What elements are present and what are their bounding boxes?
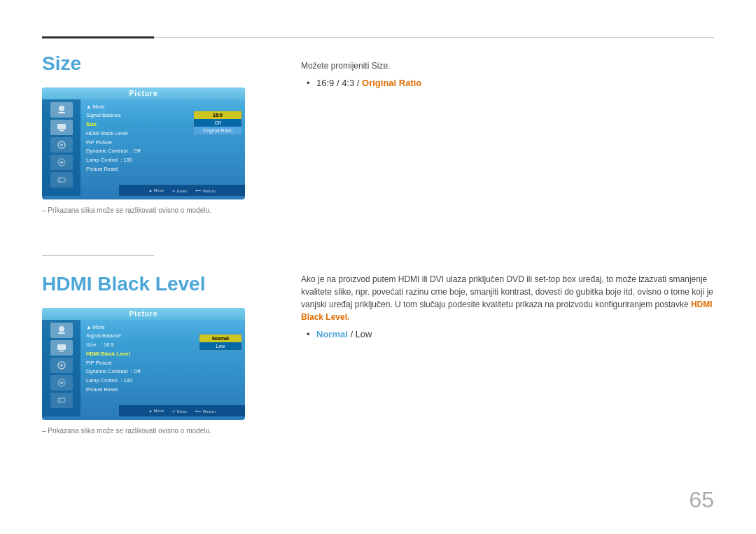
tv-body-1: ▲ More Signal Balance Size HDMI Black Le… — [42, 99, 245, 196]
size-bullet-highlighted: Original Ratio — [362, 78, 421, 88]
size-desc: Možete promijeniti Size. — [301, 59, 721, 72]
tv-menu-lamp: Lamp Control : 100 — [85, 156, 241, 165]
tv-submenu-169: 16:9 — [194, 111, 241, 119]
tv-screen-2: Picture ▲ More — [42, 308, 245, 420]
svg-point-14 — [60, 364, 63, 367]
tv-footer-enter: ↵ Enter — [172, 188, 187, 193]
tv-header-1: Picture — [42, 87, 245, 99]
tv-footer-2: ▲ Move ↵ Enter ⟵ Return — [119, 405, 245, 416]
tv-footer-return: ⟵ Return — [195, 188, 216, 193]
tv-menu-reset: Picture Reset — [85, 164, 241, 174]
tv-footer-move-2: ▲ Move — [148, 409, 164, 413]
tv-icon-2-5 — [50, 393, 73, 408]
page-number: 65 — [689, 487, 714, 513]
size-right-content: Možete promijeniti Size. 16:9 / 4:3 / Or… — [301, 59, 721, 91]
tv-menu-more-1: ▲ More — [85, 102, 241, 111]
size-bullet-item: 16:9 / 4:3 / Original Ratio — [307, 78, 721, 88]
tv-submenu-1: 16:9 Off Original Ratio — [193, 111, 242, 135]
svg-rect-7 — [58, 178, 65, 182]
svg-point-9 — [59, 326, 64, 332]
tv-icon-4 — [50, 155, 73, 170]
tv-submenu-off: Off — [194, 119, 241, 127]
tv-menu-dynamic-2: Dynamic Contrast : Off — [85, 367, 241, 377]
tv-footer-enter-2: ↵ Enter — [172, 409, 187, 414]
tv-icon-2 — [50, 120, 73, 135]
top-line-dark — [42, 36, 154, 38]
tv-submenu-2: Normal Low — [199, 334, 242, 351]
size-caption: – Prikazana slika može se razlikovati ov… — [42, 206, 364, 214]
tv-menu-more-2: ▲ More — [85, 323, 241, 332]
tv-menu-reset-2: Picture Reset — [85, 385, 241, 394]
top-line-light — [154, 37, 714, 38]
tv-body-2: ▲ More Signal Balance Size : 16:9 HDMI B… — [42, 320, 245, 416]
tv-header-2: Picture — [42, 308, 245, 320]
tv-icon-1 — [50, 102, 73, 118]
svg-rect-12 — [59, 351, 64, 352]
tv-menu-dynamic: Dynamic Contrast : Off — [85, 147, 241, 156]
hdmi-caption: – Prikazana slika može se razlikovati ov… — [42, 427, 364, 435]
tv-content-1: ▲ More Signal Balance Size HDMI Black Le… — [80, 99, 245, 196]
tv-sidebar-1 — [42, 99, 80, 196]
size-bullet-normal: 16:9 / 4:3 / — [316, 78, 362, 88]
hdmi-right-content: Ako je na proizvod putem HDMI ili DVI ul… — [301, 273, 728, 342]
section-divider — [42, 255, 154, 256]
svg-rect-10 — [58, 332, 65, 334]
tv-submenu-original: Original Ratio — [194, 127, 241, 134]
hdmi-bullet-item: Normal / Low — [307, 329, 728, 339]
tv-content-2: ▲ More Signal Balance Size : 16:9 HDMI B… — [80, 320, 245, 416]
svg-rect-2 — [57, 124, 66, 129]
svg-point-0 — [59, 106, 64, 111]
tv-menu-pip: PiP Picture — [85, 138, 241, 147]
tv-menu-pip-2: PiP Picture — [85, 358, 241, 367]
tv-submenu-low: Low — [200, 342, 241, 350]
hdmi-desc: Ako je na proizvod putem HDMI ili DVI ul… — [301, 273, 728, 323]
hdmi-bullet-highlighted: Normal — [316, 329, 348, 339]
tv-icon-3 — [50, 137, 73, 153]
tv-icon-2-1 — [50, 323, 73, 338]
tv-footer-return-2: ⟵ Return — [195, 409, 216, 414]
hdmi-desc-text: Ako je na proizvod putem HDMI ili DVI ul… — [301, 274, 713, 309]
svg-point-5 — [60, 143, 63, 146]
tv-icon-5 — [50, 172, 73, 188]
svg-rect-16 — [58, 398, 65, 402]
hdmi-bullet-normal: / Low — [348, 329, 372, 339]
hdmi-bullet-list: Normal / Low — [301, 329, 728, 339]
tv-icon-2-2 — [50, 340, 73, 356]
top-decorative-lines — [42, 36, 714, 38]
tv-sidebar-2 — [42, 320, 80, 416]
svg-rect-1 — [58, 112, 65, 113]
tv-menu-lamp-2: Lamp Control : 100 — [85, 377, 241, 386]
tv-icon-2-4 — [50, 375, 73, 391]
svg-rect-3 — [59, 130, 64, 132]
size-bullet-list: 16:9 / 4:3 / Original Ratio — [301, 78, 721, 88]
svg-rect-11 — [57, 344, 66, 350]
tv-menu-hdmi-2: HDMI Black Level — [85, 349, 241, 358]
tv-footer-move: ▲ Move — [148, 188, 164, 192]
tv-footer-1: ▲ Move ↵ Enter ⟵ Return — [119, 185, 245, 196]
tv-submenu-normal: Normal — [200, 335, 241, 342]
tv-icon-2-3 — [50, 358, 73, 373]
tv-screen-1: Picture — [42, 87, 245, 199]
